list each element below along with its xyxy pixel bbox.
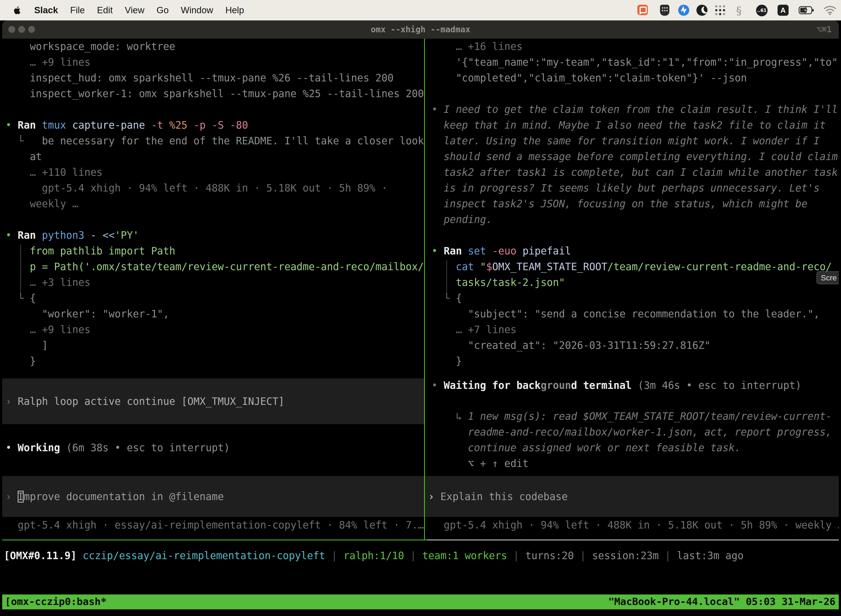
terminal-window: omx --xhigh --madmax ⌥⌘1 workspace_mode:… bbox=[2, 21, 839, 616]
right-prompt-input[interactable]: › Explain this codebase bbox=[425, 476, 839, 517]
input-source-icon[interactable]: A bbox=[778, 5, 788, 16]
menu-item-edit[interactable]: Edit bbox=[97, 5, 113, 15]
omx-status-bar: [OMX#0.11.9] cczip/essay/ai-reimplementa… bbox=[2, 548, 839, 563]
window-title-bar[interactable]: omx --xhigh --madmax ⌥⌘1 bbox=[2, 21, 839, 39]
slack-notification-icon[interactable] bbox=[637, 5, 648, 15]
tool-call-connector-line bbox=[21, 245, 21, 292]
screenshot-tooltip: Scre bbox=[816, 271, 839, 284]
left-pane-scrollback[interactable]: workspace_mode: worktree … +9 lines insp… bbox=[2, 39, 424, 369]
left-pane-border bbox=[2, 540, 427, 540]
right-mailbox-message: ↳ 1 new msg(s): read $OMX_TEAM_STATE_ROO… bbox=[425, 408, 839, 471]
battery-charging-icon[interactable] bbox=[799, 5, 815, 16]
right-waiting-status: • Waiting for background terminal (3m 46… bbox=[425, 378, 839, 393]
dots-grid-icon[interactable] bbox=[715, 5, 726, 16]
blue-badge-icon[interactable] bbox=[678, 5, 689, 16]
left-prompt-input[interactable]: › Improve documentation in @filename bbox=[2, 476, 424, 517]
menu-item-help[interactable]: Help bbox=[226, 5, 244, 15]
tmux-host-clock: "MacBook-Pro-44.local" 05:03 31-Mar-26 bbox=[608, 594, 835, 609]
left-prompt-text: › Improve documentation in @filename bbox=[2, 489, 224, 505]
wifi-icon[interactable] bbox=[824, 5, 836, 16]
right-pane-scrollback[interactable]: … +16 lines '{"team_name":"my-team","tas… bbox=[425, 39, 839, 369]
menu-item-go[interactable]: Go bbox=[157, 5, 168, 15]
tmux-status-bar: [omx-cczip0:bash* "MacBook-Pro-44.local"… bbox=[2, 594, 839, 609]
menu-item-window[interactable]: Window bbox=[181, 5, 213, 15]
screen: Slack File Edit View Go Window Help § ..… bbox=[0, 0, 841, 616]
pane-divider[interactable] bbox=[424, 39, 425, 540]
left-model-status: gpt-5.4 xhigh · essay/ai-reimplementatio… bbox=[2, 517, 424, 533]
macos-menu-bar: Slack File Edit View Go Window Help § ..… bbox=[0, 0, 841, 21]
countdown-badge-icon[interactable]: ..61 bbox=[756, 5, 768, 16]
right-pane-border bbox=[427, 540, 839, 540]
right-prompt-text: › Explain this codebase bbox=[425, 489, 568, 505]
apple-menu-icon[interactable] bbox=[12, 5, 22, 16]
menu-item-file[interactable]: File bbox=[70, 5, 85, 15]
left-working-status: • Working (6m 38s • esc to interrupt) bbox=[2, 440, 424, 456]
menu-app-name[interactable]: Slack bbox=[34, 5, 58, 15]
tmux-session-label[interactable]: [omx-cczip0:bash* bbox=[5, 594, 107, 609]
dark-crescent-icon[interactable] bbox=[696, 5, 708, 16]
window-shortcut-badge: ⌥⌘1 bbox=[817, 21, 832, 39]
right-model-status: gpt-5.4 xhigh · 94% left · 488K in · 5.1… bbox=[425, 517, 839, 533]
ralph-loop-banner: › Ralph loop active continue [OMX_TMUX_I… bbox=[2, 378, 424, 424]
squiggle-icon[interactable]: § bbox=[736, 5, 744, 17]
menu-item-view[interactable]: View bbox=[125, 5, 144, 15]
shield-grid-icon[interactable] bbox=[660, 5, 670, 16]
ralph-loop-banner-text: › Ralph loop active continue [OMX_TMUX_I… bbox=[2, 393, 284, 409]
tool-call-connector-line bbox=[447, 260, 447, 292]
window-title: omx --xhigh --madmax bbox=[2, 21, 839, 39]
